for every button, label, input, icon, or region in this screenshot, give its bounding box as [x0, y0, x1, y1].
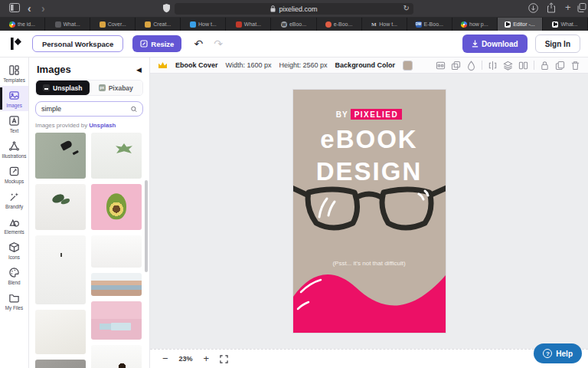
panel-scrollbar[interactable]: [145, 180, 148, 272]
flip-icon[interactable]: [488, 61, 498, 71]
sidebar-item-text[interactable]: Text: [0, 111, 28, 136]
sidebar-item-blend[interactable]: Blend: [0, 263, 28, 288]
browser-tab[interactable]: MHow t...: [362, 18, 407, 31]
image-thumbnail[interactable]: [35, 310, 86, 354]
share-icon[interactable]: [547, 2, 556, 13]
browser-tab[interactable]: DWE-Boo...: [407, 18, 452, 31]
browser-tab[interactable]: how p...: [452, 18, 498, 31]
google-favicon: [9, 21, 15, 28]
tab-overview-icon[interactable]: [577, 3, 586, 12]
sidebar-item-icons[interactable]: Icons: [0, 238, 28, 263]
zoom-bar: − 23% +: [150, 349, 588, 368]
personal-workspace-button[interactable]: Personal Workspace: [32, 35, 123, 52]
images-icon: [8, 90, 20, 101]
tab-unsplash[interactable]: Unsplash: [36, 80, 90, 95]
image-thumbnail[interactable]: [91, 345, 142, 368]
image-thumbnail[interactable]: [91, 133, 142, 179]
browser-toolbar: ‹ › pixelied.com ↻ +: [0, 0, 588, 17]
browser-tab[interactable]: What...: [226, 18, 271, 31]
wordpress-favicon: W: [281, 21, 287, 28]
site-favicon: [236, 21, 242, 28]
background-color-swatch[interactable]: [403, 61, 413, 71]
height-label: Height: 2560 px: [279, 61, 328, 69]
lock-icon[interactable]: [540, 61, 550, 71]
sign-in-button[interactable]: Sign In: [535, 34, 580, 53]
search-input[interactable]: [41, 105, 131, 113]
image-thumbnail[interactable]: [35, 360, 86, 368]
browser-tab[interactable]: What...: [45, 18, 90, 31]
image-thumbnail[interactable]: [35, 235, 86, 304]
image-thumbnail[interactable]: [91, 273, 142, 296]
trash-icon[interactable]: [570, 61, 580, 71]
google-favicon: [461, 21, 467, 28]
downloads-icon[interactable]: [528, 3, 538, 13]
sidebar-item-elements[interactable]: Elements: [0, 212, 28, 238]
image-thumbnail[interactable]: [91, 301, 142, 340]
browser-tab[interactable]: the id...: [0, 18, 45, 31]
browser-tab[interactable]: Creat...: [136, 18, 181, 31]
browser-tab[interactable]: What...: [543, 18, 588, 31]
text-icon: [8, 115, 20, 127]
lock-icon: [270, 5, 276, 12]
sidebar-toggle-icon[interactable]: [9, 3, 20, 12]
sidebar-item-mockups[interactable]: Mockups: [0, 162, 28, 187]
provider-note: Images provided by Unsplash: [35, 122, 143, 129]
tab-pixabay[interactable]: px Pixabay: [90, 80, 143, 95]
resize-button[interactable]: Resize: [132, 35, 181, 52]
cover-byline: BYPIXELIED: [293, 109, 446, 120]
redo-icon[interactable]: ↷: [214, 38, 223, 50]
undo-icon[interactable]: ↶: [194, 38, 203, 50]
download-button[interactable]: Download: [462, 34, 528, 53]
image-thumbnail[interactable]: [35, 133, 86, 179]
sidebar-item-illustrations[interactable]: Illustrations: [0, 136, 28, 162]
privacy-shield-icon[interactable]: [162, 3, 171, 13]
canvas-area: BYPIXELIED eBOOK DESIGN: [150, 74, 588, 349]
browser-tab[interactable]: Cover...: [90, 18, 136, 31]
object-tools: [436, 61, 580, 71]
image-search: [35, 101, 143, 117]
sidebar-item-brandify[interactable]: Brandify: [0, 187, 28, 212]
blend-icon: [8, 267, 20, 278]
crown-icon: [158, 61, 168, 69]
fullscreen-icon[interactable]: [220, 355, 228, 363]
sidebar-item-templates[interactable]: Templates: [0, 61, 28, 86]
image-thumbnail[interactable]: [91, 184, 142, 230]
position-icon[interactable]: [436, 61, 446, 71]
new-tab-icon[interactable]: +: [565, 2, 571, 13]
ebook-cover-artboard[interactable]: BYPIXELIED eBOOK DESIGN: [293, 90, 446, 333]
images-panel: Images ◀ Unsplash px Pixabay Images prov…: [29, 58, 150, 368]
collapse-panel-icon[interactable]: ◀: [136, 66, 142, 74]
doc-favicon: [145, 21, 151, 28]
unsplash-link[interactable]: Unsplash: [89, 122, 116, 129]
site-favicon: [55, 21, 61, 28]
image-thumbnail[interactable]: [91, 235, 142, 268]
browser-tab[interactable]: How t...: [181, 18, 226, 31]
zoom-in-button[interactable]: +: [204, 354, 210, 363]
illustrations-icon: [8, 140, 20, 152]
divider: [482, 61, 482, 70]
duplicate-icon[interactable]: [451, 61, 461, 71]
forward-button[interactable]: ›: [41, 2, 45, 15]
sidebar-item-images[interactable]: Images: [0, 86, 28, 111]
address-bar[interactable]: pixelied.com ↻: [175, 3, 413, 15]
help-button[interactable]: ? Help: [534, 343, 582, 363]
browser-tab[interactable]: e-Boo...: [317, 18, 362, 31]
browser-tab[interactable]: WeBoo...: [271, 18, 316, 31]
pink-wave-shape: [293, 260, 446, 333]
canvas-properties-bar: Ebook Cover Width: 1600 px Height: 2560 …: [150, 58, 588, 74]
sidebar-item-my-files[interactable]: My Files: [0, 288, 28, 314]
image-thumbnail[interactable]: [35, 184, 86, 230]
brandify-icon: [8, 191, 20, 202]
zoom-out-button[interactable]: −: [162, 354, 168, 363]
pixelied-logo[interactable]: [8, 36, 23, 51]
mirror-icon[interactable]: [518, 61, 528, 71]
layers-icon[interactable]: [503, 61, 513, 71]
reload-icon[interactable]: ↻: [403, 4, 410, 12]
copy-icon[interactable]: [555, 61, 565, 71]
search-icon[interactable]: [131, 105, 137, 113]
background-color-label: Background Color: [335, 61, 396, 69]
opacity-droplet-icon[interactable]: [466, 61, 476, 71]
back-button[interactable]: ‹: [28, 2, 31, 15]
browser-tab-active[interactable]: Editor -...: [498, 18, 543, 31]
unsplash-logo-icon: [43, 84, 50, 91]
